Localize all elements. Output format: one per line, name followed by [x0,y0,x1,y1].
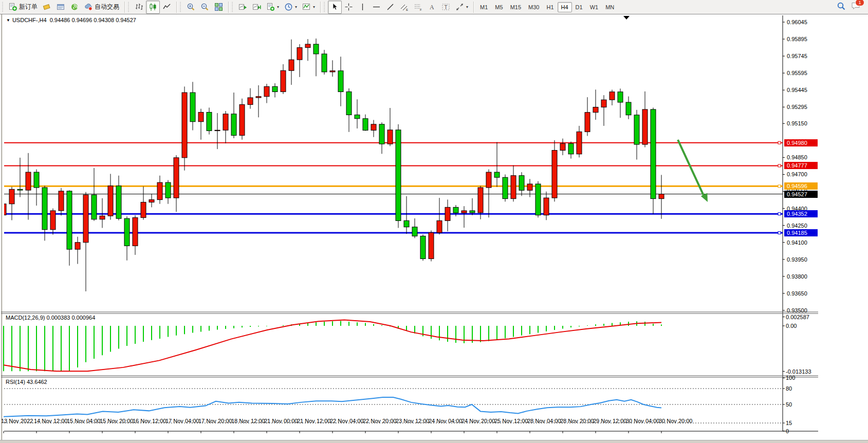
period-clock-button[interactable]: ▾ [282,1,300,14]
data-window-icon [57,3,65,11]
dropdown-caret-icon[interactable]: ▾ [313,5,315,9]
crosshair-button[interactable] [342,1,356,14]
new-chart-button[interactable]: ▾ [264,1,282,14]
indicators-button[interactable]: ▾ [300,1,318,14]
dropdown-caret-icon[interactable]: ▾ [277,5,279,9]
time-axis-label: 24 Nov 04:00 [429,418,462,424]
new-order-label: 新订单 [19,3,38,11]
macd-axis-label: 0.00 [786,323,797,329]
vertical-line-button[interactable] [356,1,370,14]
candle-body [289,60,294,70]
candle-body [313,44,319,54]
text-button[interactable]: A [425,1,439,14]
candle-body [478,188,483,213]
svg-text:A: A [430,4,434,11]
timeframe-m30-button[interactable]: M30 [525,2,543,12]
search-icon[interactable] [837,2,846,13]
zoom-in-button[interactable] [184,1,198,14]
price-tag: 0.94527 [784,191,818,198]
trendline-button[interactable] [383,1,397,14]
rsi-value: 43.6462 [27,379,47,385]
toolbar-group-4: EFAT▾ [326,0,472,14]
timeframe-h4-button[interactable]: H4 [558,2,572,12]
chart-shift-button[interactable] [250,1,264,14]
candle-body [363,119,368,131]
channel-icon: E [400,3,409,11]
candle-body [412,227,417,236]
toolbar-separator [473,2,474,13]
dropdown-caret-icon[interactable]: ▾ [295,5,297,9]
candlestick-series [1,39,664,291]
zoom-out-icon [200,3,209,11]
zoom-out-button[interactable] [198,1,212,14]
time-axis-label: 16 Nov 12:00 [133,418,166,424]
candle-body [198,112,204,121]
candle-body [527,184,532,190]
candle-body [149,200,154,202]
text-label-button[interactable]: T [439,1,453,14]
price-axis-label: 0.95150 [787,120,807,126]
horizontal-line-button[interactable] [370,1,383,14]
chart-shift-icon [252,3,261,11]
timeframe-h1-button[interactable]: H1 [543,2,557,12]
ohlc-values: 0.94486 0.94696 0.94308 0.94527 [50,17,136,23]
timeframe-m15-button[interactable]: M15 [507,2,525,12]
period-clock-icon [284,3,293,11]
candle-body [593,107,598,113]
rsi-indicator-label: RSI(14) 43.6462 [6,379,47,385]
candle-body [642,109,648,144]
autotrade-button[interactable]: 自动交易 [82,1,122,14]
price-axis-label: 0.93800 [787,273,807,280]
channel-button[interactable]: E [397,1,411,14]
chart-shift-marker[interactable] [623,16,630,20]
candle-body [568,143,574,154]
candle-body [544,198,549,215]
auto-scroll-button[interactable] [236,1,250,14]
cursor-button[interactable] [328,1,342,14]
candle-body [577,132,582,154]
fibonacci-button[interactable]: F [411,1,425,14]
candle-body [42,188,47,230]
candle-body [330,71,335,72]
chart-title: ▼USDCHF-,H4 0.94486 0.94696 0.94308 0.94… [6,17,136,23]
notifications-icon[interactable]: 1 [851,2,861,12]
arrows-button[interactable]: ▾ [453,1,471,14]
chart-menu-icon[interactable]: ▼ [6,18,10,23]
bar-chart-button[interactable] [132,1,146,14]
candle-body [346,92,352,115]
candlestick-button[interactable] [146,1,160,14]
timeframe-mn-button[interactable]: MN [602,2,618,12]
line-chart-button[interactable] [160,1,174,14]
candle-body [535,184,541,215]
candle-body [182,93,187,158]
timeframe-d1-button[interactable]: D1 [572,2,586,12]
line-end-marker [778,185,781,188]
timeframe-m5-button[interactable]: M5 [491,2,506,12]
price-tag: 0.94596 [784,182,818,190]
tile-windows-icon [214,3,223,11]
candle-body [17,189,23,190]
candle-body [264,86,269,96]
tile-windows-button[interactable] [212,1,226,14]
candle-body [67,191,72,249]
time-axis-label: 14 Nov 12:00 [34,418,67,424]
candle-body [1,204,6,215]
rsi-axis-label: 80 [786,385,792,392]
candle-body [618,92,623,102]
candle-body [626,102,631,115]
market-watch-button[interactable] [40,1,54,14]
dropdown-caret-icon[interactable]: ▾ [466,5,468,9]
candle-body [256,97,261,98]
macd-values: 0.000383 0.000964 [46,315,95,321]
mql-community-button[interactable] [68,1,82,14]
timeframe-w1-button[interactable]: W1 [586,2,602,12]
new-order-button[interactable]: 新订单 [6,1,40,14]
time-axis-label: 17 Nov 04:00 [165,418,199,424]
candle-body [83,195,88,243]
timeframe-m1-button[interactable]: M1 [476,2,491,12]
data-window-button[interactable] [54,1,68,14]
toolbar-separator [320,2,321,13]
time-axis-label: 28 Nov 04:00 [527,418,561,424]
autotrade-label: 自动交易 [95,3,119,11]
candle-body [26,172,31,190]
